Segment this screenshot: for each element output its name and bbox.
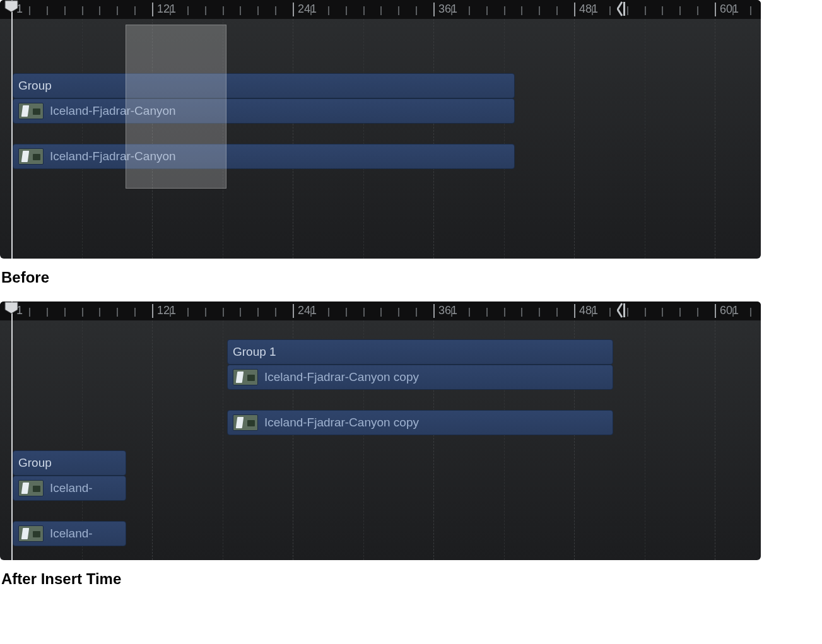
tick-major (433, 304, 435, 318)
tick-minor (592, 308, 593, 317)
tick-minor (328, 308, 329, 317)
grid-line (363, 19, 364, 259)
tick-major (715, 3, 716, 16)
clip-label: Iceland-Fjadrar-Canyon copy (264, 416, 419, 430)
timeline-after[interactable]: 1121241361481601 Group 1Iceland-Fjadrar-… (0, 302, 761, 560)
media-clip[interactable]: Iceland-Fjadrar-Canyon (13, 98, 515, 124)
tick-minor (240, 6, 241, 15)
grid-line (715, 19, 715, 259)
playhead[interactable] (11, 302, 13, 560)
ruler-label: 601 (720, 304, 739, 317)
media-clip[interactable]: Iceland-Fjadrar-Canyon copy (227, 365, 613, 390)
ruler-label: 241 (298, 304, 317, 317)
grid-line (574, 19, 575, 259)
clip-thumbnail (18, 148, 44, 165)
clip-thumbnail (18, 103, 44, 119)
ruler-label: 601 (720, 3, 739, 16)
tick-minor (732, 6, 734, 15)
tick-minor (47, 308, 48, 317)
grid-line (152, 320, 153, 560)
end-marker-icon[interactable] (617, 303, 628, 322)
tick-minor (521, 6, 522, 15)
tick-minor (310, 308, 312, 317)
media-clip[interactable]: Iceland- (13, 521, 126, 546)
tick-minor (398, 308, 399, 317)
playhead-start-marker-icon[interactable] (4, 302, 18, 314)
tick-minor (416, 6, 417, 15)
clip-thumbnail (233, 369, 258, 385)
tick-minor (609, 308, 611, 317)
playhead-start-marker-icon[interactable] (4, 0, 18, 13)
tick-minor (645, 6, 646, 15)
caption-after: After Insert Time (1, 570, 822, 588)
tick-minor (556, 308, 558, 317)
tick-minor (609, 6, 611, 15)
time-ruler[interactable]: 1121241361481601 (0, 302, 761, 320)
tick-minor (170, 6, 171, 15)
tick-minor (469, 308, 470, 317)
group-bar[interactable]: Group 1 (227, 339, 613, 365)
tick-minor (592, 6, 593, 15)
tick-major (293, 304, 294, 318)
tick-minor (697, 308, 698, 317)
clip-label: Iceland- (50, 527, 93, 541)
tick-minor (732, 308, 734, 317)
group-label: Group (18, 456, 52, 470)
tick-minor (697, 6, 698, 15)
tick-minor (504, 6, 505, 15)
tick-minor (82, 308, 83, 317)
grid-line (645, 320, 645, 560)
tick-minor (310, 6, 312, 15)
group-bar[interactable]: Group (13, 73, 515, 98)
tick-minor (257, 308, 259, 317)
tick-minor (486, 6, 488, 15)
time-range-selection[interactable] (126, 25, 226, 189)
tick-minor (679, 308, 681, 317)
tick-minor (134, 308, 136, 317)
tick-minor (556, 6, 558, 15)
ruler-label: 481 (579, 3, 598, 16)
tick-minor (380, 308, 382, 317)
tick-minor (398, 6, 399, 15)
tick-minor (29, 6, 30, 15)
tick-minor (750, 6, 751, 15)
tick-minor (346, 308, 347, 317)
group-label: Group 1 (233, 345, 276, 359)
tick-minor (662, 6, 663, 15)
tick-minor (223, 6, 224, 15)
clip-thumbnail (18, 480, 44, 496)
tick-minor (82, 6, 83, 15)
tick-minor (170, 308, 171, 317)
tick-minor (539, 6, 540, 15)
tick-major (293, 3, 294, 16)
media-clip[interactable]: Iceland- (13, 476, 126, 501)
time-ruler[interactable]: 1121241361481601 (0, 0, 761, 19)
clip-label: Iceland- (50, 481, 93, 495)
ruler-label: 121 (157, 3, 176, 16)
grid-line (645, 19, 645, 259)
timeline-before[interactable]: 1121241361481601 GroupIceland-Fjadrar-Ca… (0, 0, 761, 259)
grid-line (715, 320, 715, 560)
tick-minor (275, 6, 276, 15)
media-clip[interactable]: Iceland-Fjadrar-Canyon copy (227, 410, 613, 435)
grid-line (293, 19, 293, 259)
media-clip[interactable]: Iceland-Fjadrar-Canyon (13, 144, 515, 169)
tick-minor (662, 308, 663, 317)
tick-minor (521, 308, 522, 317)
svg-rect-0 (623, 2, 625, 16)
ruler-label: 361 (438, 304, 457, 317)
grid-line (504, 19, 505, 259)
tick-minor (451, 6, 452, 15)
tick-major (574, 304, 575, 318)
tick-minor (64, 6, 66, 15)
tick-minor (363, 6, 365, 15)
playhead[interactable] (11, 0, 13, 259)
tick-minor (257, 6, 259, 15)
group-label: Group (18, 79, 52, 93)
clip-thumbnail (18, 525, 44, 542)
clip-label: Iceland-Fjadrar-Canyon copy (264, 370, 419, 384)
end-marker-icon[interactable] (617, 1, 628, 20)
group-bar[interactable]: Group (13, 450, 126, 476)
tick-minor (187, 6, 189, 15)
tick-minor (117, 308, 118, 317)
